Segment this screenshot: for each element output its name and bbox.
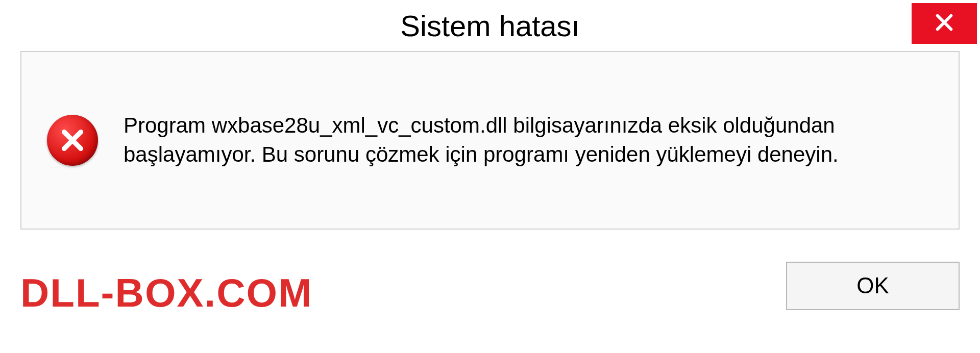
dialog-title: Sistem hatası [400, 9, 579, 43]
watermark-text: DLL-BOX.COM [20, 270, 312, 316]
close-button[interactable] [912, 3, 977, 44]
ok-button-label: OK [856, 273, 889, 298]
dialog-footer: DLL-BOX.COM OK [0, 250, 980, 321]
error-message: Program wxbase28u_xml_vc_custom.dll bilg… [124, 111, 938, 169]
dialog-content: Program wxbase28u_xml_vc_custom.dll bilg… [20, 51, 960, 230]
error-icon-container [42, 115, 103, 166]
ok-button[interactable]: OK [786, 262, 960, 310]
titlebar: Sistem hatası [0, 0, 980, 51]
error-icon [47, 115, 98, 166]
close-icon [934, 12, 954, 35]
